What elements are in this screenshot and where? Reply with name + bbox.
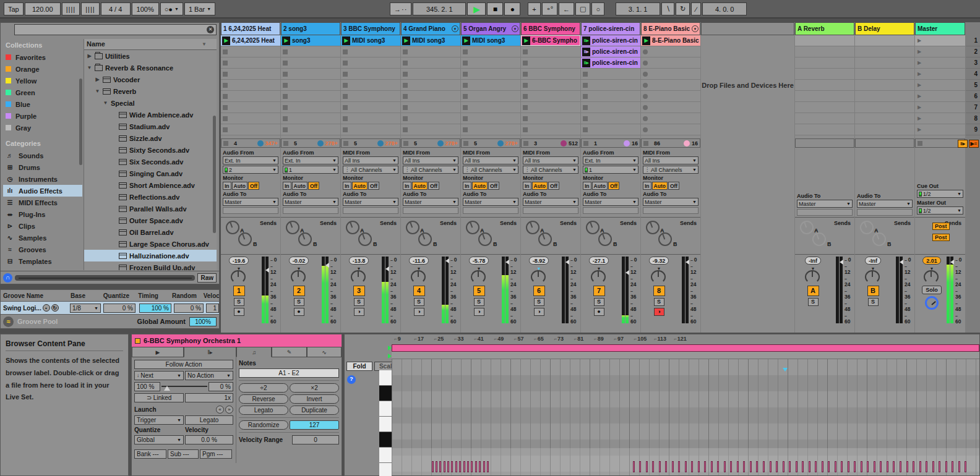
clip-slot[interactable] <box>581 102 640 113</box>
back-to-arrangement-button[interactable]: ← <box>559 2 574 15</box>
monitor-auto-button[interactable]: Auto <box>592 182 608 190</box>
volume-field[interactable]: -13.8 <box>349 257 369 265</box>
track-header[interactable]: 7 police-siren-cin <box>581 22 640 35</box>
-2-button[interactable]: ×2 <box>290 383 339 393</box>
clip-slot[interactable] <box>221 80 280 91</box>
capture-midi-button[interactable]: ∘° <box>542 2 557 15</box>
clip-slot[interactable] <box>401 102 460 113</box>
track-stop-icon[interactable] <box>463 141 468 146</box>
midi-note[interactable] <box>479 461 481 472</box>
raw-button[interactable]: Raw <box>197 273 217 283</box>
output-select[interactable]: Master▼ <box>523 198 578 206</box>
stop-clips-row[interactable]: 116 <box>581 138 640 148</box>
midi-note[interactable] <box>750 461 752 472</box>
midi-note[interactable] <box>704 461 706 472</box>
scene-play-icon[interactable]: ▶ <box>918 38 921 43</box>
clip[interactable]: ‖▸police-siren-cin <box>581 46 640 57</box>
follow-button[interactable]: →·· <box>390 2 411 15</box>
input-type-select[interactable]: Ext. In▼ <box>223 156 278 164</box>
stop-all-a-button[interactable]: ‖▸ <box>958 140 968 148</box>
monitor-in-button[interactable]: In <box>523 182 531 190</box>
pan-knob[interactable] <box>231 270 246 284</box>
input-type-select[interactable]: Ext. In▼ <box>283 156 338 164</box>
solo-button[interactable]: S <box>808 298 819 306</box>
clip-slot[interactable]: ‖▸police-siren-cin <box>581 46 640 57</box>
headphones-icon[interactable]: ∩ <box>3 273 12 283</box>
clip-slot[interactable] <box>795 57 854 69</box>
monitor-off-button[interactable]: Off <box>308 182 319 190</box>
clip[interactable]: ▶MIDI song3 <box>461 35 520 46</box>
midi-note[interactable] <box>436 461 437 472</box>
clip-play-icon[interactable]: ▶ <box>522 36 530 45</box>
track-activator-button[interactable]: 3 <box>353 286 365 296</box>
pan-knob[interactable] <box>591 270 606 284</box>
midi-note[interactable] <box>783 461 784 472</box>
clip-slot[interactable] <box>221 46 280 57</box>
midi-note[interactable] <box>776 461 778 472</box>
midi-note[interactable] <box>439 461 441 472</box>
clip-slot[interactable] <box>401 57 460 69</box>
file-row[interactable]: Wide Ambience.adv <box>84 109 217 121</box>
clip-slot[interactable] <box>521 80 580 91</box>
post-toggle[interactable]: Post <box>932 223 950 230</box>
sidebar-category-templates[interactable]: ⊟Templates <box>3 255 82 267</box>
volume-field[interactable]: 2.01 <box>922 257 941 265</box>
clip-slot[interactable] <box>641 91 700 102</box>
scene-number[interactable]: 9 <box>966 124 980 135</box>
clip-slot[interactable] <box>581 113 640 124</box>
clip-slot[interactable]: ‖▸police-siren-cin <box>581 57 640 69</box>
midi-note[interactable] <box>455 461 457 472</box>
track-header[interactable]: 4 Grand Piano▼ <box>401 22 460 35</box>
quantization-menu[interactable]: 1 Bar ▼ <box>184 2 215 15</box>
midi-note[interactable] <box>919 461 921 472</box>
track-header[interactable]: 1 6,24,2025 Heat <box>221 22 280 35</box>
arm-button[interactable]: ● <box>594 308 604 316</box>
track-activator-button[interactable]: 4 <box>413 286 425 296</box>
midi-note[interactable] <box>796 461 797 472</box>
automation-arm-button[interactable]: ○ <box>591 2 604 15</box>
send-a-knob[interactable] <box>466 221 479 234</box>
scene-launch-slot[interactable]: ▶ <box>915 57 965 69</box>
clip-slot[interactable]: ▶MIDI song3 <box>341 35 400 46</box>
track-menu-icon[interactable]: ▼ <box>512 25 518 32</box>
clip-slot[interactable] <box>281 57 340 69</box>
clip-play-icon[interactable]: ▶ <box>282 36 290 45</box>
groove-pool-icon[interactable]: ≈ <box>3 317 14 327</box>
groove-base-select[interactable]: 1/8▼ <box>70 304 101 313</box>
duplicate-button[interactable]: Duplicate <box>290 406 339 415</box>
commit-groove-icon[interactable]: ↻ <box>51 304 59 312</box>
post-toggle[interactable]: Post <box>932 234 950 241</box>
pan-control[interactable]: ▼ <box>651 266 667 284</box>
monitor-off-button[interactable]: Off <box>548 182 559 190</box>
stop-clips-row[interactable]: 5278+ <box>461 138 520 148</box>
scene-launch-slot[interactable]: ▶ <box>915 46 965 57</box>
midi-note[interactable] <box>913 461 914 472</box>
monitor-in-button[interactable]: In <box>643 182 651 190</box>
midi-note[interactable] <box>685 461 687 472</box>
track-stop-icon[interactable] <box>403 141 408 146</box>
black-key[interactable] <box>379 432 392 448</box>
file-row[interactable]: ▼Reverb <box>84 85 217 97</box>
return-activator-button[interactable]: B <box>867 286 879 296</box>
midi-note[interactable] <box>789 461 791 472</box>
solo-button[interactable]: S <box>594 298 604 306</box>
send-b-knob[interactable] <box>598 232 612 246</box>
file-row[interactable]: Sizzle.adv <box>84 132 217 144</box>
midi-note[interactable] <box>711 461 713 472</box>
midi-note[interactable] <box>756 461 758 472</box>
solo-button[interactable]: S <box>474 298 484 306</box>
midi-note[interactable] <box>698 461 700 472</box>
file-row[interactable]: Outer Space.adv <box>84 215 217 226</box>
clip-slot[interactable] <box>221 124 280 135</box>
stop-clips-row[interactable]: 5278+ <box>341 138 400 148</box>
clip-slot[interactable] <box>581 124 640 135</box>
clip-play-icon[interactable]: ▶ <box>342 36 350 45</box>
clip-slot[interactable] <box>341 80 400 91</box>
expand-arrow-icon[interactable]: ▶ <box>95 77 100 82</box>
info-lesson-icon[interactable]: ? <box>347 375 356 384</box>
midi-note[interactable] <box>815 461 817 472</box>
scene-number[interactable]: 7 <box>966 102 980 113</box>
sidebar-category-audio-effects[interactable]: ılıAudio Effects <box>3 185 82 197</box>
clip-title-bar[interactable]: 6-BBC Symphony Orchestra 1 <box>132 334 342 347</box>
scene-launch-slot[interactable]: ▶ <box>915 80 965 91</box>
